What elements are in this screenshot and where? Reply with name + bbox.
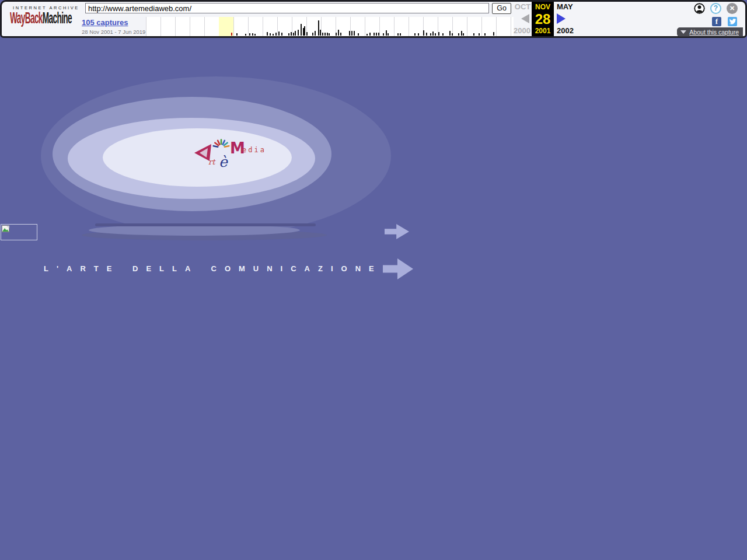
sparkline-bar (493, 32, 494, 36)
sparkline-bar (336, 33, 337, 36)
sparkline-bar (322, 33, 323, 36)
sparkline-bar (349, 31, 350, 36)
sparkline-bar (369, 33, 371, 36)
sparkline-bar (301, 24, 302, 36)
sparkline-bar (458, 33, 459, 36)
about-dropdown-icon (680, 30, 686, 34)
archived-page: rt è M edia L'ARTE DELLA COMUNICAZIONE (0, 0, 747, 560)
logo-edia: edia (242, 146, 266, 154)
broken-image-placeholder (1, 224, 37, 240)
url-input[interactable] (85, 3, 489, 13)
sparkline-bar (430, 33, 431, 36)
sparkline-bar (340, 33, 341, 36)
help-icon[interactable]: ? (710, 3, 721, 14)
twitter-icon[interactable] (728, 17, 737, 26)
sparkline-bar (452, 33, 453, 36)
sparkline-bar (461, 31, 462, 36)
next-capture-year[interactable]: 2002 (557, 26, 574, 35)
logo-starburst-icon (214, 140, 229, 147)
wayback-machine-logo[interactable]: WayBackMachine (10, 9, 72, 28)
sparkline-bar (254, 34, 256, 36)
sparkline-bar (449, 31, 451, 36)
next-capture-month[interactable]: MAY (557, 2, 573, 11)
current-year: 2001 (535, 27, 551, 35)
sparkline-bar (249, 33, 250, 36)
sparkline-bar (320, 30, 321, 36)
sparkline-bar (351, 31, 352, 36)
sparkline-bar (400, 33, 401, 36)
captures-date-range: 28 Nov 2001 - 7 Jun 2019 (82, 29, 145, 35)
sparkline-bar (463, 33, 464, 36)
sparkline-bar (312, 33, 313, 36)
sparkline-bar (306, 32, 308, 36)
sparkline-bar (366, 34, 368, 36)
close-icon[interactable]: ✕ (727, 3, 738, 14)
sparkline-bar (293, 33, 294, 36)
current-month: NOV (535, 3, 550, 11)
artemedia-logo: rt è M edia (193, 131, 274, 172)
current-capture-date: NOV 28 2001 (532, 2, 554, 36)
logo-e-accent: è (219, 153, 228, 170)
capture-sparkline[interactable] (146, 17, 514, 36)
sparkline-bar (388, 33, 389, 36)
prev-capture-year: 2000 (512, 26, 532, 35)
sparkline-bar (338, 30, 339, 36)
sparkline-bar (245, 34, 246, 36)
sparkline-bar (291, 32, 292, 36)
sparkline-bar (484, 33, 486, 36)
sparkline-bar (418, 33, 419, 36)
sparkline-bar (383, 33, 384, 36)
prev-capture-arrow-icon (521, 14, 529, 23)
sparkline-bar (376, 33, 377, 36)
tagline-arrow-icon[interactable] (383, 258, 413, 279)
go-button[interactable]: Go (492, 3, 511, 14)
sparkline-bar (273, 34, 274, 36)
next-capture-arrow-icon[interactable] (557, 13, 566, 24)
sparkline-bar (414, 33, 416, 36)
sparkline-bar (278, 32, 280, 36)
sparkline-bar (397, 33, 399, 36)
sparkline-bar (473, 33, 474, 36)
current-day: 28 (535, 12, 551, 26)
sparkline-bar (358, 33, 359, 36)
sparkline-bar (327, 33, 328, 36)
prev-capture-month: OCT (513, 2, 532, 11)
sparkline-bar (298, 30, 299, 36)
logo-rt: rt (208, 158, 216, 166)
sparkline-bar (354, 31, 355, 36)
sparkline-bar (315, 31, 316, 36)
sparkline-bar (252, 33, 253, 36)
sparkline-bar (318, 20, 319, 36)
sparkline-bar (270, 33, 271, 36)
sparkline-bar (386, 30, 387, 36)
broken-image-icon (2, 225, 10, 233)
sparkline-bar (288, 33, 289, 36)
site-tagline: L'ARTE DELLA COMUNICAZIONE (44, 264, 382, 273)
sparkline-red-bar (231, 33, 232, 36)
sparkline-bar (374, 33, 375, 36)
facebook-icon[interactable]: f (712, 17, 721, 26)
sparkline-bar (304, 26, 305, 36)
sparkline-bar (432, 32, 434, 36)
profile-icon[interactable] (694, 3, 705, 14)
sparkline-bar (426, 33, 427, 36)
sparkline-bar (329, 33, 330, 36)
ellipse-underline (95, 223, 316, 226)
sparkline-bar (281, 33, 282, 36)
sparkline-bar (435, 33, 436, 36)
enter-arrow-icon[interactable] (385, 224, 409, 239)
sparkline-bar (442, 33, 444, 36)
sparkline-bar (267, 32, 268, 36)
sparkline-bar (423, 30, 424, 36)
sparkline-bar (295, 31, 296, 36)
sparkline-bar (236, 33, 238, 36)
sparkline-bar (438, 32, 439, 36)
sparkline-bar (275, 33, 277, 36)
about-this-capture[interactable]: About this capture (677, 27, 743, 37)
wayback-toolbar: INTERNET ARCHIVE WayBackMachine Go 105 c… (0, 0, 747, 38)
sparkline-bar (324, 33, 326, 36)
sparkline-bar (479, 33, 480, 36)
sparkline-bar (378, 33, 379, 36)
captures-count-link[interactable]: 105 captures (82, 18, 128, 27)
